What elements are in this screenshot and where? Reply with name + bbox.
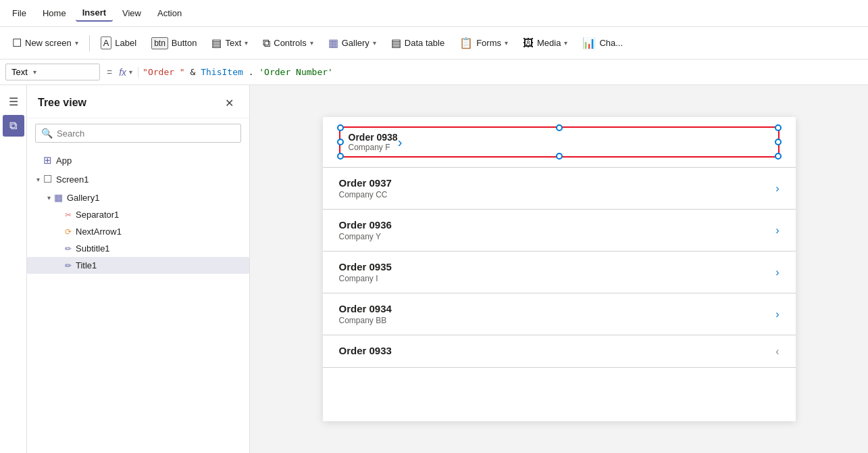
gallery1-expand-icon: ▾	[43, 194, 54, 201]
layers-button[interactable]: ⧉	[3, 115, 24, 137]
button-button[interactable]: btn Button	[145, 34, 203, 53]
handle-mid-right[interactable]	[775, 139, 782, 145]
tree-close-button[interactable]: ✕	[220, 93, 238, 112]
new-screen-chevron: ▾	[75, 39, 78, 47]
handle-bottom-right[interactable]	[775, 153, 782, 160]
gallery-item-5[interactable]: Order 0934 Company BB ›	[323, 293, 796, 335]
forms-button[interactable]: 📋 Forms ▾	[453, 33, 515, 53]
gallery-item-selected[interactable]: Order 0938 Company F ›	[339, 126, 780, 158]
screen1-expand-icon: ▾	[32, 176, 43, 183]
new-screen-button[interactable]: ☐ New screen ▾	[5, 33, 85, 53]
gallery-list: Order 0938 Company F › Order 0937 Compan…	[323, 117, 796, 421]
title1-icon: ✏	[65, 261, 72, 270]
screen1-label: Screen1	[56, 174, 88, 185]
app-label: App	[56, 156, 72, 166]
property-value: Text	[11, 67, 28, 77]
gallery-item-5-arrow: ›	[775, 308, 779, 320]
gallery-item-1-arrow: ›	[398, 135, 403, 150]
menu-insert[interactable]: Insert	[76, 5, 113, 22]
tree-node-subtitle1[interactable]: ✏ Subtitle1	[27, 240, 249, 257]
charts-button[interactable]: 📊 Cha...	[576, 33, 630, 53]
text-button[interactable]: ▤ Text ▾	[205, 33, 255, 53]
button-icon: btn	[151, 37, 168, 49]
property-dropdown[interactable]: Text ▾	[5, 64, 100, 80]
handle-top-right[interactable]	[775, 124, 782, 131]
gallery-item-6[interactable]: Order 0933 ‹	[323, 335, 796, 368]
menu-bar: File Home Insert View Action	[0, 0, 868, 27]
handle-bottom-mid[interactable]	[556, 153, 563, 160]
media-button[interactable]: 🖼 Media ▾	[516, 34, 574, 53]
gallery-item-2-arrow: ›	[775, 183, 779, 195]
menu-action[interactable]: Action	[151, 5, 188, 21]
tree-header: Tree view ✕	[27, 85, 249, 118]
charts-label: Cha...	[599, 38, 623, 48]
handle-top-left[interactable]	[337, 124, 344, 131]
screen-preview: Order 0938 Company F › Order 0937 Compan…	[323, 117, 796, 421]
menu-home[interactable]: Home	[36, 5, 73, 21]
formula-amp: &	[190, 67, 201, 77]
datatable-label: Data table	[405, 38, 444, 48]
formula-thisitem: ThisItem	[201, 67, 243, 77]
tree-node-separator1[interactable]: ✂ Separator1	[27, 206, 249, 223]
controls-button[interactable]: ⧉ Controls ▾	[256, 34, 320, 53]
controls-chevron: ▾	[310, 39, 313, 47]
text-chevron: ▾	[245, 39, 248, 47]
gallery-item-1-title: Order 0938	[349, 132, 398, 143]
handle-top-mid[interactable]	[556, 124, 563, 131]
gallery-item-4-title: Order 0935	[339, 261, 776, 272]
nextarrow1-icon: ⟳	[65, 227, 72, 237]
search-icon: 🔍	[41, 128, 53, 139]
search-input[interactable]	[57, 128, 235, 139]
menu-file[interactable]: File	[5, 5, 33, 21]
gallery-item-2[interactable]: Order 0937 Company CC ›	[323, 168, 796, 210]
close-icon: ✕	[225, 97, 234, 110]
datatable-icon: ▤	[391, 37, 401, 49]
handle-mid-left[interactable]	[337, 139, 344, 145]
side-icons-panel: ☰ ⧉	[0, 85, 27, 453]
gallery1-label: Gallery1	[67, 193, 99, 203]
search-box[interactable]: 🔍	[35, 124, 241, 143]
gallery-item-3-text: Order 0936 Company Y	[339, 219, 776, 241]
tree-node-app[interactable]: ⊞ App	[27, 151, 249, 170]
layers-icon: ⧉	[9, 120, 17, 132]
hamburger-icon: ☰	[9, 95, 18, 108]
tree-nodes: ⊞ App ▾ ☐ Screen1 ▾ ▦ Gallery1 ✂	[27, 148, 249, 453]
gallery-icon: ▦	[328, 37, 338, 49]
datatable-button[interactable]: ▤ Data table	[384, 33, 451, 53]
tree-node-screen1[interactable]: ▾ ☐ Screen1	[27, 170, 249, 189]
label-icon: A	[101, 37, 112, 49]
gallery-item-6-text: Order 0933	[339, 345, 776, 358]
gallery-item-1-text: Order 0938 Company F	[349, 132, 398, 152]
gallery-item-1-subtitle: Company F	[349, 143, 398, 152]
separator1-icon: ✂	[65, 210, 72, 220]
menu-view[interactable]: View	[116, 5, 148, 21]
tree-view-panel: Tree view ✕ 🔍 ⊞ App ▾ ☐ Screen1	[27, 85, 250, 453]
gallery-item-2-text: Order 0937 Company CC	[339, 177, 776, 199]
gallery-button[interactable]: ▦ Gallery ▾	[322, 33, 383, 53]
tree-node-gallery1[interactable]: ▾ ▦ Gallery1	[27, 189, 249, 206]
formula-input[interactable]: "Order " & ThisItem . 'Order Number'	[143, 67, 333, 77]
media-icon: 🖼	[523, 37, 534, 49]
gallery-item-4[interactable]: Order 0935 Company I ›	[323, 252, 796, 293]
tree-view-title: Tree view	[38, 97, 86, 109]
gallery-chevron: ▾	[373, 39, 376, 47]
fx-label: fx	[119, 67, 126, 78]
gallery-item-3[interactable]: Order 0936 Company Y ›	[323, 210, 796, 252]
forms-icon: 📋	[459, 37, 473, 49]
new-screen-label: New screen	[25, 38, 72, 48]
tree-node-title1[interactable]: ✏ Title1	[27, 257, 249, 274]
gallery-item-4-subtitle: Company I	[339, 274, 776, 283]
gallery-item-6-arrow: ‹	[775, 345, 779, 358]
tree-node-nextarrow1[interactable]: ⟳ NextArrow1	[27, 223, 249, 240]
gallery1-icon: ▦	[54, 192, 63, 203]
gallery-label: Gallery	[342, 38, 369, 48]
gallery-item-5-title: Order 0934	[339, 303, 776, 314]
main-area: ☰ ⧉ Tree view ✕ 🔍 ⊞ App	[0, 85, 868, 453]
screen1-icon: ☐	[43, 173, 52, 185]
charts-icon: 📊	[582, 37, 596, 49]
handle-bottom-left[interactable]	[337, 153, 344, 160]
label-button[interactable]: A Label	[94, 33, 143, 53]
fx-indicator[interactable]: fx ▾	[119, 67, 138, 78]
hamburger-menu-button[interactable]: ☰	[3, 91, 24, 112]
title1-label: Title1	[76, 260, 97, 270]
